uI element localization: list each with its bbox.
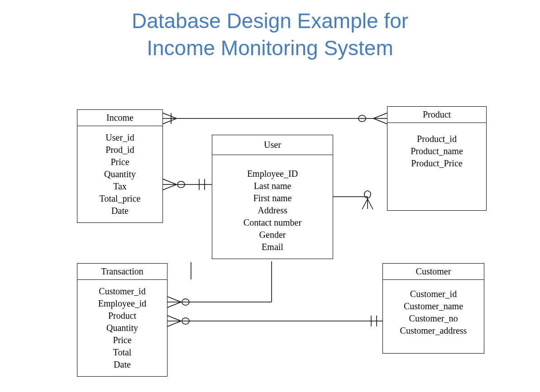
entity-product-name: Product [387, 107, 486, 123]
customer-attr: Customer_name [387, 300, 479, 312]
diagram-title: Database Design Example for Database Des… [0, 8, 540, 34]
svg-line-22 [167, 302, 181, 307]
user-attr: Contact number [219, 217, 326, 229]
income-attr: User_id [84, 132, 156, 144]
svg-line-5 [373, 113, 387, 118]
customer-attr: Customer_id [387, 288, 479, 300]
customer-attr: Customer_address [387, 325, 479, 337]
entity-transaction-attrs: Customer_id Employee_id Product Quantity… [77, 280, 167, 376]
customer-attr: Customer_no [387, 312, 479, 325]
title-line2: Income Monitoring System [0, 35, 540, 61]
user-attr: Last name [219, 180, 326, 192]
entity-product: Product Product_id Product_name Product_… [387, 106, 487, 211]
relation-income-product [163, 113, 387, 124]
relation-transaction-user [167, 261, 272, 307]
svg-point-15 [364, 191, 371, 198]
income-attr: Price [84, 156, 156, 168]
entity-user-name: User [212, 135, 333, 155]
user-attr: First name [219, 192, 326, 204]
diagram-subtitle: Income Monitoring System Income Monitori… [0, 35, 540, 61]
relation-income-user [163, 179, 212, 190]
user-attr: Employee_ID [219, 168, 326, 180]
product-attr: Product_Price [394, 157, 480, 170]
entity-customer: Customer Customer_id Customer_name Custo… [382, 263, 484, 354]
entity-income: Income User_id Prod_id Price Quantity Ta… [77, 109, 163, 223]
diagram-canvas: Database Design Example for Database Des… [0, 0, 540, 392]
svg-point-4 [358, 115, 366, 122]
entity-user: User Employee_ID Last name First name Ad… [212, 135, 333, 259]
svg-line-25 [167, 316, 181, 321]
relation-product-user [333, 191, 373, 209]
svg-line-10 [163, 184, 177, 190]
user-attr: Email [219, 241, 326, 253]
transaction-attr: Price [84, 334, 161, 346]
transaction-attr: Employee_id [84, 298, 161, 310]
relation-transaction-customer [167, 316, 382, 326]
income-attr: Total_price [84, 193, 156, 205]
income-attr: Tax [84, 180, 156, 193]
product-attr: Product_name [394, 145, 480, 157]
svg-point-20 [182, 299, 189, 305]
transaction-attr: Product [84, 310, 161, 322]
entity-transaction-name: Transaction [77, 264, 167, 280]
entity-income-name: Income [77, 110, 162, 126]
income-attr: Date [84, 205, 156, 217]
entity-product-attrs: Product_id Product_name Product_Price [387, 123, 486, 210]
entity-customer-name: Customer [383, 264, 484, 280]
transaction-attr: Customer_id [84, 285, 161, 298]
svg-line-6 [373, 118, 387, 124]
entity-income-attrs: User_id Prod_id Price Quantity Tax Total… [77, 126, 162, 222]
transaction-attr: Quantity [84, 322, 161, 334]
svg-line-16 [362, 199, 368, 209]
svg-line-26 [167, 321, 181, 326]
svg-line-17 [368, 199, 373, 209]
svg-line-3 [163, 118, 177, 124]
entity-transaction: Transaction Customer_id Employee_id Prod… [77, 263, 167, 377]
entity-customer-attrs: Customer_id Customer_name Customer_no Cu… [383, 280, 484, 353]
svg-line-9 [163, 179, 177, 184]
title-line1: Database Design Example for [0, 8, 540, 34]
transaction-attr: Total [84, 346, 161, 359]
user-attr: Address [219, 204, 326, 217]
user-attr: Gender [219, 229, 326, 241]
svg-line-2 [163, 113, 177, 118]
entity-user-attrs: Employee_ID Last name First name Address… [212, 155, 333, 259]
income-attr: Prod_id [84, 144, 156, 156]
income-attr: Quantity [84, 168, 156, 180]
svg-point-24 [182, 318, 189, 324]
svg-point-8 [177, 181, 185, 188]
product-attr: Product_id [394, 133, 480, 145]
transaction-attr: Date [84, 359, 161, 371]
svg-line-21 [167, 297, 181, 302]
